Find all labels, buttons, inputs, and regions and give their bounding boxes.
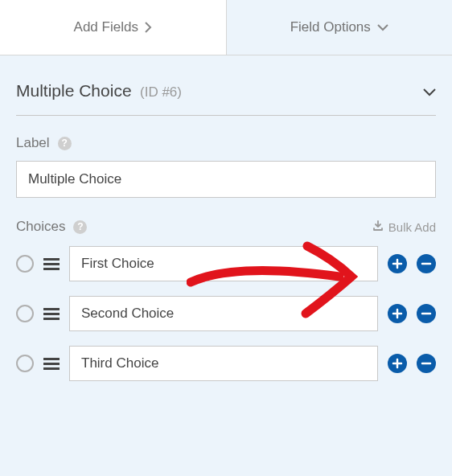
- remove-choice-button[interactable]: [417, 354, 436, 373]
- remove-choice-button[interactable]: [417, 304, 436, 323]
- add-choice-button[interactable]: [388, 304, 407, 323]
- tab-add-fields-label: Add Fields: [74, 19, 138, 35]
- choice-row: [16, 246, 436, 281]
- section-title: Multiple Choice: [16, 81, 132, 100]
- tab-field-options-label: Field Options: [290, 19, 371, 35]
- tab-field-options[interactable]: Field Options: [227, 0, 453, 55]
- choice-row: [16, 346, 436, 381]
- chevron-right-icon: [145, 22, 152, 33]
- help-icon[interactable]: ?: [58, 137, 72, 150]
- help-icon[interactable]: ?: [73, 220, 87, 234]
- tab-add-fields[interactable]: Add Fields: [0, 0, 227, 55]
- choice-input[interactable]: [69, 346, 378, 381]
- choice-input[interactable]: [69, 246, 378, 281]
- section-id: (ID #6): [140, 84, 182, 100]
- radio-button[interactable]: [16, 305, 34, 322]
- add-choice-button[interactable]: [388, 354, 407, 373]
- add-choice-button[interactable]: [388, 254, 407, 273]
- choice-input[interactable]: [69, 296, 378, 331]
- choices-block: Choices ? Bulk Add: [16, 219, 436, 381]
- drag-handle-icon[interactable]: [43, 308, 60, 320]
- choice-row: [16, 296, 436, 331]
- drag-handle-icon[interactable]: [43, 358, 60, 370]
- chevron-down-icon: [377, 24, 388, 31]
- field-options-panel: Multiple Choice (ID #6) Label ? Choices …: [0, 55, 452, 418]
- label-field-label: Label: [16, 135, 50, 151]
- bulk-add-label: Bulk Add: [388, 220, 436, 234]
- bulk-add-button[interactable]: Bulk Add: [372, 220, 436, 234]
- label-input[interactable]: [16, 161, 436, 198]
- download-icon: [372, 220, 384, 234]
- remove-choice-button[interactable]: [417, 254, 436, 273]
- section-header[interactable]: Multiple Choice (ID #6): [16, 81, 436, 116]
- choices-label: Choices: [16, 219, 65, 235]
- drag-handle-icon[interactable]: [43, 258, 60, 270]
- tab-bar: Add Fields Field Options: [0, 0, 452, 55]
- label-field-block: Label ?: [16, 135, 436, 198]
- radio-button[interactable]: [16, 355, 34, 372]
- radio-button[interactable]: [16, 255, 34, 273]
- chevron-down-icon[interactable]: [423, 85, 436, 100]
